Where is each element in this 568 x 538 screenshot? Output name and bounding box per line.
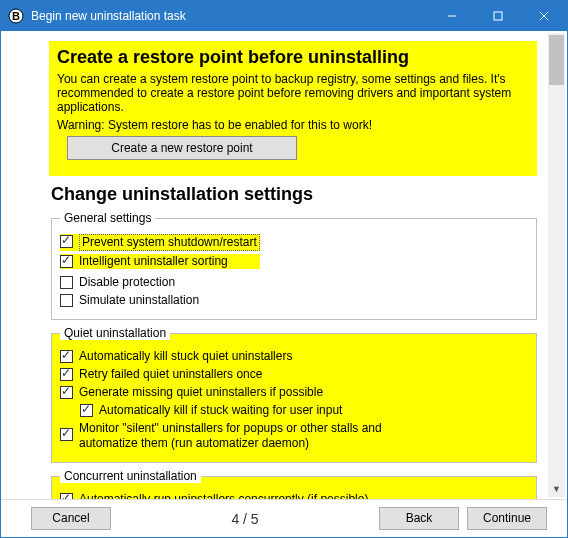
checkbox-icon[interactable] <box>60 255 73 268</box>
settings-heading: Change uninstallation settings <box>51 184 537 205</box>
minimize-button[interactable] <box>429 1 475 31</box>
option-label: Simulate uninstallation <box>79 293 199 308</box>
content-area: Create a restore point before uninstalli… <box>1 31 567 499</box>
restore-point-section: Create a restore point before uninstalli… <box>49 41 537 176</box>
restore-point-heading: Create a restore point before uninstalli… <box>57 47 529 68</box>
option-label: Automatically kill stuck quiet uninstall… <box>79 349 292 364</box>
window-title: Begin new uninstallation task <box>31 9 429 23</box>
option-label: Disable protection <box>79 275 175 290</box>
option-intelligent-sorting[interactable]: Intelligent uninstaller sorting <box>60 254 260 269</box>
option-retry-failed[interactable]: Retry failed quiet uninstallers once <box>60 367 528 382</box>
option-prevent-shutdown[interactable]: Prevent system shutdown/restart <box>60 234 260 251</box>
close-button[interactable] <box>521 1 567 31</box>
checkbox-icon[interactable] <box>60 350 73 363</box>
titlebar: B Begin new uninstallation task <box>1 1 567 31</box>
checkbox-icon[interactable] <box>80 404 93 417</box>
scroll-down-icon[interactable]: ▼ <box>548 480 565 497</box>
checkbox-icon[interactable] <box>60 294 73 307</box>
option-simulate-uninstallation[interactable]: Simulate uninstallation <box>60 293 528 308</box>
general-settings-legend: General settings <box>60 211 155 225</box>
step-indicator: 4 / 5 <box>119 511 371 527</box>
option-auto-kill-waiting[interactable]: Automatically kill if stuck waiting for … <box>80 403 528 418</box>
option-run-concurrently[interactable]: Automatically run uninstallers concurren… <box>60 492 528 499</box>
quiet-uninstallation-group: Quiet uninstallation Automatically kill … <box>51 326 537 463</box>
checkbox-icon[interactable] <box>60 235 73 248</box>
restore-point-description: You can create a system restore point to… <box>57 72 529 114</box>
app-icon: B <box>7 7 25 25</box>
create-restore-point-button[interactable]: Create a new restore point <box>67 136 297 160</box>
checkbox-icon[interactable] <box>60 428 73 441</box>
vertical-scrollbar[interactable]: ▲ ▼ <box>548 33 565 497</box>
general-settings-group: General settings Prevent system shutdown… <box>51 211 537 320</box>
continue-button[interactable]: Continue <box>467 507 547 530</box>
concurrent-uninstallation-group: Concurrent uninstallation Automatically … <box>51 469 537 499</box>
option-label: Prevent system shutdown/restart <box>79 234 260 251</box>
maximize-button[interactable] <box>475 1 521 31</box>
option-label: Automatically run uninstallers concurren… <box>79 492 368 499</box>
option-disable-protection[interactable]: Disable protection <box>60 275 528 290</box>
option-label: Intelligent uninstaller sorting <box>79 254 228 269</box>
option-auto-kill-stuck[interactable]: Automatically kill stuck quiet uninstall… <box>60 349 528 364</box>
concurrent-legend: Concurrent uninstallation <box>60 469 201 483</box>
option-label: Monitor "silent" uninstallers for popups… <box>79 421 389 451</box>
checkbox-icon[interactable] <box>60 493 73 499</box>
scrollbar-thumb[interactable] <box>549 35 564 85</box>
svg-rect-3 <box>494 12 502 20</box>
option-label: Retry failed quiet uninstallers once <box>79 367 262 382</box>
cancel-button[interactable]: Cancel <box>31 507 111 530</box>
svg-text:B: B <box>12 10 20 22</box>
checkbox-icon[interactable] <box>60 368 73 381</box>
back-button[interactable]: Back <box>379 507 459 530</box>
option-generate-missing[interactable]: Generate missing quiet uninstallers if p… <box>60 385 528 400</box>
option-label: Generate missing quiet uninstallers if p… <box>79 385 323 400</box>
wizard-buttons: Cancel 4 / 5 Back Continue <box>1 499 567 537</box>
quiet-legend: Quiet uninstallation <box>60 326 170 340</box>
checkbox-icon[interactable] <box>60 276 73 289</box>
option-monitor-silent[interactable]: Monitor "silent" uninstallers for popups… <box>60 421 528 451</box>
checkbox-icon[interactable] <box>60 386 73 399</box>
restore-point-warning: Warning: System restore has to be enable… <box>57 118 529 132</box>
option-label: Automatically kill if stuck waiting for … <box>99 403 342 418</box>
